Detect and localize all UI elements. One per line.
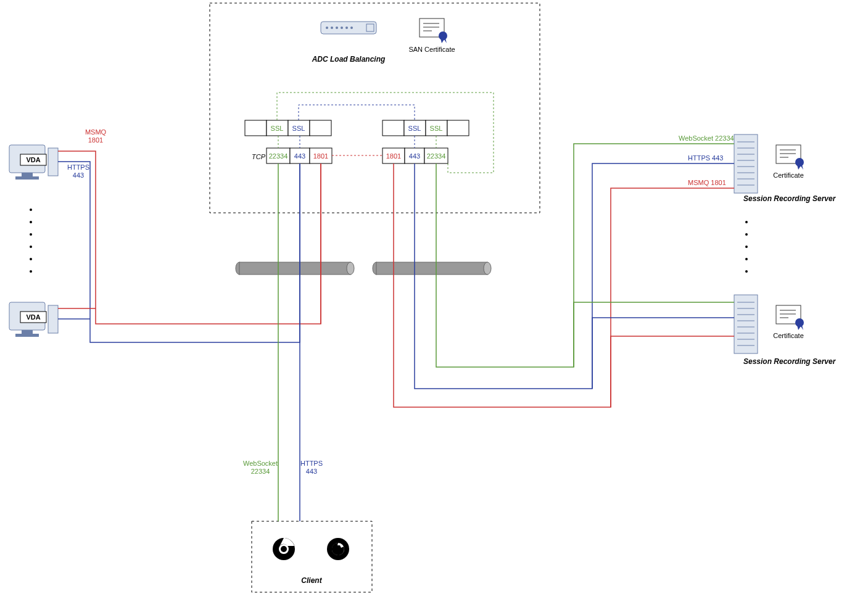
svg-rect-19 <box>15 176 39 180</box>
certificate-label: Certificate <box>773 171 804 179</box>
vda-bottom: VDA <box>9 302 58 337</box>
line-right-22334-top <box>436 144 734 367</box>
svg-point-56 <box>745 258 748 260</box>
san-certificate-icon <box>420 19 447 43</box>
tcp-port: 443 <box>409 152 420 160</box>
svg-rect-39 <box>734 134 758 193</box>
vda-label: VDA <box>26 313 40 321</box>
line-right-1801-bot <box>611 336 734 407</box>
ssl-box <box>245 120 267 136</box>
svg-point-26 <box>30 258 32 260</box>
ssl-label: SSL <box>430 125 443 132</box>
pipe-left <box>236 262 354 275</box>
svg-rect-58 <box>734 295 758 353</box>
svg-rect-34 <box>239 262 350 275</box>
san-certificate-label: SAN Certificate <box>408 46 455 53</box>
srs-https-label: HTTPS 443 <box>688 154 723 162</box>
svg-point-38 <box>484 262 491 275</box>
client-https-port: 443 <box>306 468 317 475</box>
line-right-1801-top <box>394 163 734 407</box>
svg-rect-37 <box>376 262 487 275</box>
svg-rect-18 <box>22 173 33 176</box>
line-right-443-bot <box>592 318 734 389</box>
vda-msmq-label: MSMQ <box>85 128 107 136</box>
svg-point-0 <box>326 27 328 29</box>
svg-point-5 <box>350 27 353 29</box>
svg-point-25 <box>30 246 32 248</box>
svg-rect-31 <box>48 305 58 333</box>
svg-point-27 <box>30 270 32 273</box>
adc-container <box>210 3 540 213</box>
line-right-22334-bot <box>574 302 734 367</box>
pipe-right <box>373 262 491 275</box>
srs-top <box>734 134 804 193</box>
svg-rect-20 <box>48 148 58 176</box>
vda-https-port: 443 <box>73 171 84 179</box>
line-right-443-top <box>415 163 734 389</box>
certificate-label: Certificate <box>773 332 804 339</box>
svg-point-22 <box>30 209 32 211</box>
svg-point-74 <box>281 546 287 552</box>
svg-point-54 <box>745 233 748 236</box>
svg-point-3 <box>341 27 343 29</box>
svg-point-2 <box>336 27 338 29</box>
client-https-label: HTTPS <box>300 460 323 467</box>
svg-point-53 <box>745 221 748 223</box>
svg-point-23 <box>30 221 32 223</box>
adc-appliance-icon <box>321 22 376 34</box>
vda-label: VDA <box>26 156 40 163</box>
svg-point-57 <box>745 270 748 273</box>
srs-msmq-label: MSMQ 1801 <box>688 179 726 186</box>
svg-point-24 <box>30 233 32 236</box>
tcp-port: 22334 <box>427 152 446 160</box>
ssl-box <box>310 120 331 136</box>
client-ws-port: 22334 <box>251 468 270 475</box>
vda-msmq-port: 1801 <box>88 136 103 144</box>
ssl-label: SSL <box>292 125 305 132</box>
svg-point-55 <box>745 246 748 248</box>
ssl-label: SSL <box>271 125 284 132</box>
tcp-port: 443 <box>294 152 305 160</box>
vda-top: VDA <box>9 145 58 180</box>
srs-title: Session Recording Server <box>743 357 837 366</box>
srs-ws-label: WebSocket 22334 <box>679 134 734 142</box>
adc-title: ADC Load Balancing <box>312 55 386 64</box>
svg-rect-30 <box>15 334 39 337</box>
client-ws-label: WebSocket <box>243 460 278 467</box>
ssl-box <box>447 120 469 136</box>
tcp-port: 1801 <box>386 152 401 160</box>
vda-https-label: HTTPS <box>67 163 89 171</box>
ssl-box <box>382 120 404 136</box>
ellipsis-vda <box>30 209 32 273</box>
network-diagram: SAN Certificate ADC Load Balancing SSL S… <box>0 0 868 599</box>
ssl-label: SSL <box>408 125 421 132</box>
svg-point-4 <box>345 27 348 29</box>
srs-title: Session Recording Server <box>743 194 837 203</box>
line-vda-msmq <box>58 151 321 324</box>
tcp-port: 1801 <box>313 152 328 160</box>
line-vda-https <box>58 162 300 342</box>
tcp-label: TCP <box>252 153 266 160</box>
firefox-icon <box>327 538 349 560</box>
srs-bottom <box>734 295 804 353</box>
svg-rect-29 <box>22 330 33 334</box>
client-title: Client <box>301 576 322 585</box>
ellipsis-srs <box>745 221 748 273</box>
chrome-icon <box>273 538 295 560</box>
svg-point-1 <box>331 27 333 29</box>
svg-point-35 <box>347 262 354 275</box>
